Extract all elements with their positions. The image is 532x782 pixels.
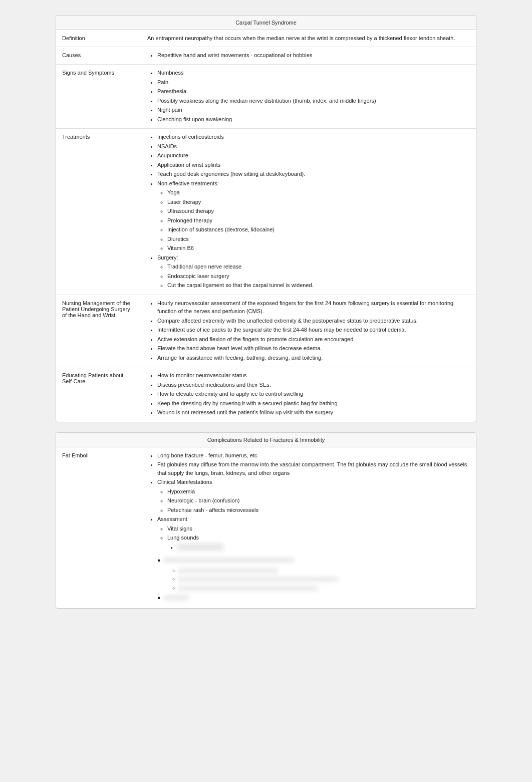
list-item: Application of wrist splints xyxy=(157,161,470,169)
list-item: Hypoxemia xyxy=(167,487,470,496)
list-item: Active extension and flexion of the fing… xyxy=(157,335,470,344)
list-item: Compare affected extremity with the unaf… xyxy=(157,317,470,325)
row-label-fat-emboli: Fat Emboli xyxy=(56,447,141,608)
list-item: Clinical Manifestations Hypoxemia Neurol… xyxy=(157,478,470,514)
signs-symptoms-list: Numbness Pain Paresthesia Possibly weakn… xyxy=(147,69,470,123)
list-item: NSAIDs xyxy=(157,142,470,151)
list-item: Surgery: Traditional open nerve release … xyxy=(157,253,470,290)
list-item: Fat globules may diffuse from the marrow… xyxy=(157,460,470,477)
list-item: Petechiae rash - affects microvessels xyxy=(167,506,470,514)
list-item: How to monitor neurovascular status xyxy=(157,371,470,380)
list-item: Arrange for assistance with feeding, bat… xyxy=(157,354,470,362)
list-item: Ultrasound therapy xyxy=(167,207,470,215)
row-label-definition: Definition xyxy=(56,30,141,47)
carpal-tunnel-table: Carpal Tunnel Syndrome Definition An ent… xyxy=(56,15,476,422)
list-item: Traditional open nerve release xyxy=(167,263,470,271)
fat-emboli-list: Long bone fracture - femur, humerus, etc… xyxy=(147,451,470,552)
row-label-treatments: Treatments xyxy=(56,129,141,295)
fractures-immobility-table: Complications Related to Fractures & Imm… xyxy=(56,432,476,609)
list-item: Intermittent use of ice packs to the sur… xyxy=(157,326,470,334)
list-item: Yoga xyxy=(167,188,470,197)
row-label-nursing-management: Nursing Management of the Patient Underg… xyxy=(56,295,141,367)
list-item: Vital signs xyxy=(167,525,470,533)
list-item: Night pain xyxy=(157,106,470,114)
list-item: Wound is not redressed until the patient… xyxy=(157,408,470,417)
table-row: Causes Repetitive hand and wrist movemen… xyxy=(56,47,476,65)
row-content-educating-patients: How to monitor neurovascular status Disc… xyxy=(141,367,476,422)
table-row: Treatments Injections of corticosteroids… xyxy=(56,129,476,295)
blurred-section: ● ○ ○ ○ xyxy=(147,556,470,602)
list-item: Diuretics xyxy=(167,235,470,243)
educating-patients-list: How to monitor neurovascular status Disc… xyxy=(147,371,470,417)
non-effective-list: Yoga Laser therapy Ultrasound therapy Pr… xyxy=(157,188,470,252)
row-content-fat-emboli: Long bone fracture - femur, humerus, etc… xyxy=(141,447,476,608)
list-item: Elevate the hand above heart level with … xyxy=(157,344,470,353)
table2-title: Complications Related to Fractures & Imm… xyxy=(56,433,476,447)
blurred-content xyxy=(177,543,223,552)
row-content-causes: Repetitive hand and wrist movements - oc… xyxy=(141,47,476,65)
table-row: Educating Patients about Self-Care How t… xyxy=(56,367,476,422)
list-item-blurred xyxy=(177,543,470,552)
causes-list: Repetitive hand and wrist movements - oc… xyxy=(147,51,470,60)
list-item: Clenching fist upon awakening xyxy=(157,115,470,124)
list-item: Keep the dressing dry by covering it wit… xyxy=(157,399,470,408)
page: Carpal Tunnel Syndrome Definition An ent… xyxy=(56,15,476,609)
list-item: Assessment Vital signs Lung sounds xyxy=(157,515,470,551)
list-item: Injections of corticosteroids xyxy=(157,133,470,141)
table1-title: Carpal Tunnel Syndrome xyxy=(56,16,476,30)
list-item: Long bone fracture - femur, humerus, etc… xyxy=(157,451,470,460)
row-content-nursing-management: Hourly neurovascular assessment of the e… xyxy=(141,295,476,367)
list-item: Hourly neurovascular assessment of the e… xyxy=(157,299,470,316)
surgery-list: Traditional open nerve release Endoscopi… xyxy=(157,263,470,290)
row-label-signs-symptoms: Signs and Symptoms xyxy=(56,65,141,128)
table-row: Nursing Management of the Patient Underg… xyxy=(56,295,476,368)
list-item: Endoscopic laser surgery xyxy=(167,272,470,281)
row-label-causes: Causes xyxy=(56,47,141,65)
list-item: How to elevate extremity and to apply ic… xyxy=(157,390,470,398)
list-item: Non-effective treatments: Yoga Laser the… xyxy=(157,179,470,252)
list-item: Numbness xyxy=(157,69,470,77)
row-label-educating-patients: Educating Patients about Self-Care xyxy=(56,367,141,422)
table-row: Fat Emboli Long bone fracture - femur, h… xyxy=(56,447,476,608)
list-item: Lung sounds xyxy=(167,534,470,551)
row-content-definition: An entrapment neuropathy that occurs whe… xyxy=(141,30,476,47)
list-item: Paresthesia xyxy=(157,87,470,96)
lung-sounds-list xyxy=(167,543,470,552)
row-content-treatments: Injections of corticosteroids NSAIDs Acu… xyxy=(141,129,476,295)
list-item: Laser therapy xyxy=(167,198,470,206)
table-row: Definition An entrapment neuropathy that… xyxy=(56,30,476,47)
list-item: Vitamin B6 xyxy=(167,244,470,252)
list-item: Repetitive hand and wrist movements - oc… xyxy=(157,51,470,60)
list-item: Teach good desk ergonomics (how sitting … xyxy=(157,170,470,178)
list-item: Acupuncture xyxy=(157,151,470,160)
nursing-management-list: Hourly neurovascular assessment of the e… xyxy=(147,299,470,362)
list-item: Pain xyxy=(157,78,470,87)
list-item: Cut the carpal ligament so that the carp… xyxy=(167,281,470,290)
table-row: Signs and Symptoms Numbness Pain Paresth… xyxy=(56,65,476,129)
row-content-signs-symptoms: Numbness Pain Paresthesia Possibly weakn… xyxy=(141,65,476,128)
list-item: Prolonged therapy xyxy=(167,216,470,225)
list-item: Possibly weakness along the median nerve… xyxy=(157,97,470,105)
clinical-manifestations-list: Hypoxemia Neurologic - brain (confusion)… xyxy=(157,487,470,514)
list-item: Neurologic - brain (confusion) xyxy=(167,496,470,505)
list-item: Injection of substances (dextrose, lidoc… xyxy=(167,225,470,234)
treatments-list: Injections of corticosteroids NSAIDs Acu… xyxy=(147,133,470,290)
list-item: Discuss prescribed medications and their… xyxy=(157,381,470,389)
assessment-list: Vital signs Lung sounds xyxy=(157,525,470,552)
